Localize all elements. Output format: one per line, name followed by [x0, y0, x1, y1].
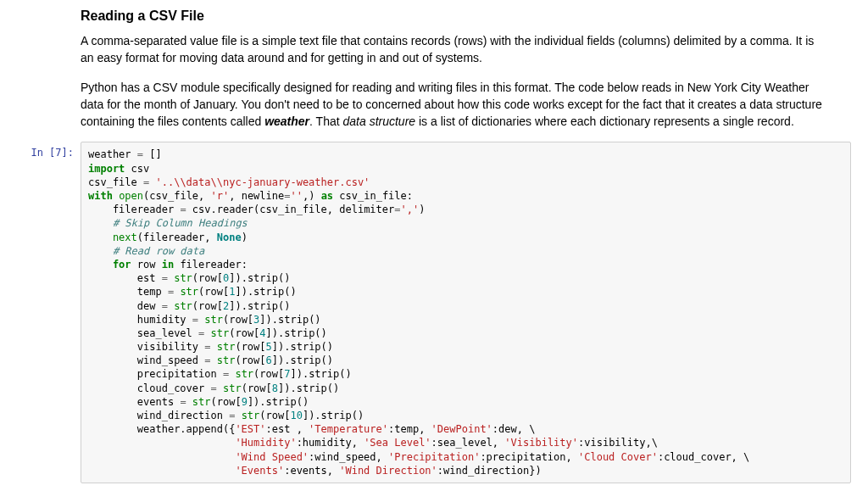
notebook-page: Reading a CSV File A comma-separated val…: [0, 0, 868, 491]
paragraph-1: A comma-separated value file is a simple…: [81, 32, 826, 67]
para2-text-c: . That: [309, 114, 342, 128]
para2-bold-weather: weather: [264, 114, 309, 128]
markdown-cell: Reading a CSV File A comma-separated val…: [81, 8, 826, 130]
input-prompt: In [7]:: [17, 142, 81, 483]
section-heading: Reading a CSV File: [81, 8, 826, 24]
para2-italic-ds: data structure: [343, 114, 416, 128]
para2-text-e: is a list of dictionaries where each dic…: [415, 114, 794, 128]
code-cell: In [7]: weather = [] import csv csv_file…: [17, 142, 851, 483]
paragraph-2: Python has a CSV module specifically des…: [81, 79, 826, 131]
code-block: weather = [] import csv csv_file = '..\\…: [88, 148, 843, 477]
code-input-area[interactable]: weather = [] import csv csv_file = '..\\…: [81, 142, 851, 483]
